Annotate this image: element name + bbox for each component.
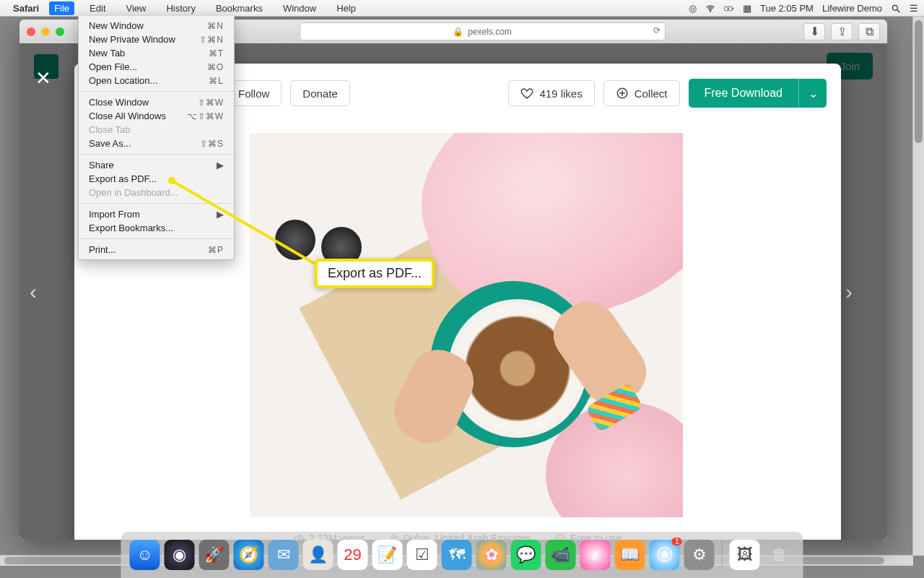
address-text: pexels.com [468,27,512,37]
dock-contacts[interactable]: 👤 [303,540,334,570]
file-menu-dropdown: New Window⌘N New Private Window⇧⌘N New T… [78,16,235,260]
menu-new-tab[interactable]: New Tab⌘T [79,46,234,60]
menu-print[interactable]: Print...⌘P [79,243,234,256]
dock-safari[interactable]: 🧭 [234,540,264,570]
dock-facetime[interactable]: 📹 [546,540,576,570]
notification-center-icon[interactable]: ☰ [910,3,918,14]
dock-mail[interactable]: ✉ [269,540,299,570]
dock-siri[interactable]: ◉ [165,540,195,570]
dock-messages[interactable]: 💬 [511,540,541,570]
macos-menubar: Safari File Edit View History Bookmarks … [0,0,924,17]
dock-calendar[interactable]: 29 [338,540,368,570]
downloads-button[interactable]: ⬇ [803,23,825,40]
macos-dock: ☺ ◉ 🚀 🧭 ✉ 👤 29 📝 ☑ 🗺 ✿ 💬 📹 ♪ 📖 Ⓐ1 ⚙ 🖼 🗑 [121,532,803,578]
photo-preview[interactable] [250,133,683,517]
svg-point-3 [892,5,897,10]
dock-photos[interactable]: ✿ [476,540,507,570]
menu-new-window[interactable]: New Window⌘N [79,19,234,33]
menu-import-from[interactable]: Import From▶ [79,207,234,221]
menu-edit[interactable]: Edit [84,1,110,15]
dock-recent-file[interactable]: 🖼 [730,540,760,570]
tabs-button[interactable]: ⧉ [858,23,880,40]
dock-notes[interactable]: 📝 [372,540,403,570]
status-control-icon[interactable]: ▦ [743,3,751,14]
menu-view[interactable]: View [121,1,152,15]
status-clock[interactable]: Tue 2:05 PM [760,3,814,14]
dock-separator [722,540,723,569]
share-button[interactable]: ⇪ [831,23,853,40]
dock-reminders[interactable]: ☑ [407,540,437,570]
scroll-thumb[interactable] [915,20,923,143]
dock-appstore[interactable]: Ⓐ1 [650,540,680,570]
menu-file[interactable]: File [49,1,74,15]
app-name[interactable]: Safari [13,3,39,14]
menu-help[interactable]: Help [331,1,361,15]
menu-close-window[interactable]: Close Window⇧⌘W [79,95,234,109]
traffic-light-zoom[interactable] [56,27,64,36]
carousel-prev-icon[interactable]: ‹ [30,280,54,304]
status-battery-icon[interactable] [724,2,734,14]
reload-icon[interactable]: ⟳ [653,25,661,35]
collect-button[interactable]: Collect [603,80,680,106]
menu-share[interactable]: Share▶ [79,158,234,172]
annotation-callout: Export as PDF... [315,259,435,288]
lock-icon: 🔒 [453,27,463,37]
status-wifi-icon[interactable] [705,2,715,14]
menu-export-bookmarks[interactable]: Export Bookmarks... [79,221,234,235]
menu-close-all-windows[interactable]: Close All Windows⌥⇧⌘W [79,109,234,123]
menu-history[interactable]: History [161,1,200,15]
close-modal-icon[interactable]: ✕ [35,67,51,90]
menu-export-as-pdf[interactable]: Export as PDF... [79,172,234,186]
address-bar[interactable]: 🔒 pexels.com ⟳ [300,22,666,40]
menu-open-in-dashboard: Open in Dashboard... [79,186,234,199]
page-vertical-scrollbar[interactable] [912,16,924,556]
menu-open-file[interactable]: Open File...⌘O [79,60,234,74]
menu-save-as[interactable]: Save As...⇧⌘S [79,137,234,150]
svg-rect-2 [733,8,733,9]
dock-preferences[interactable]: ⚙ [684,540,715,570]
spotlight-icon[interactable] [891,2,901,14]
heart-icon [520,87,533,100]
traffic-light-close[interactable] [27,27,35,36]
plus-circle-icon [616,87,629,100]
dock-launchpad[interactable]: 🚀 [199,540,230,570]
menu-bookmarks[interactable]: Bookmarks [211,1,268,15]
dock-finder[interactable]: ☺ [130,540,160,570]
menu-window[interactable]: Window [278,1,321,15]
svg-point-0 [710,11,710,12]
dock-music[interactable]: ♪ [580,540,611,570]
status-user[interactable]: Lifewire Demo [822,3,882,14]
likes-button[interactable]: 419 likes [508,80,594,106]
dock-trash[interactable]: 🗑 [764,540,795,570]
menu-close-tab: Close Tab [79,123,234,137]
traffic-light-minimize[interactable] [41,27,50,36]
svg-line-4 [897,10,900,13]
status-cc-icon[interactable]: ◎ [689,3,697,14]
donate-button[interactable]: Donate [290,80,349,106]
menu-open-location[interactable]: Open Location...⌘L [79,74,234,87]
dock-ibooks[interactable]: 📖 [615,540,645,570]
carousel-next-icon[interactable]: › [845,280,870,304]
free-download-button[interactable]: Free Download ⌄ [689,79,827,108]
menu-new-private-window[interactable]: New Private Window⇧⌘N [79,33,234,46]
dock-maps[interactable]: 🗺 [442,540,472,570]
download-caret-icon[interactable]: ⌄ [798,79,827,108]
